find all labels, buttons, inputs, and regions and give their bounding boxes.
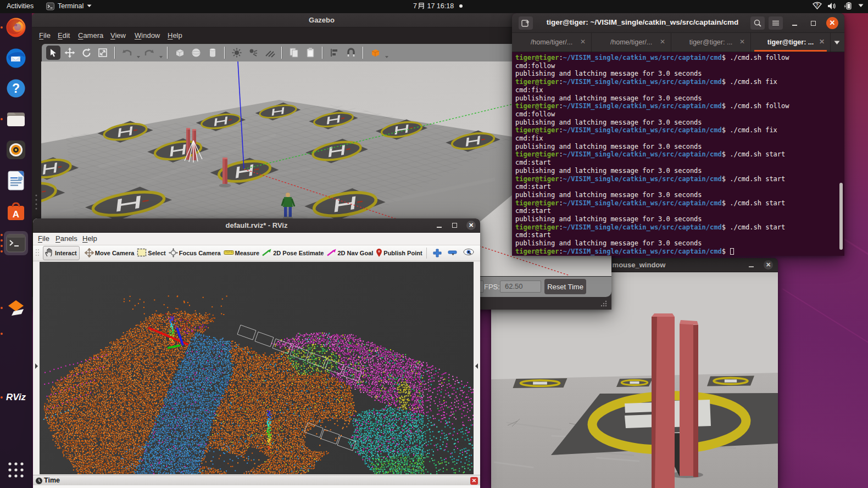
splitter-handle[interactable] [245,470,256,473]
rviz-tool-move-camera[interactable]: Move Camera [85,248,135,259]
terminal-line: publishing and latching message for 3.0 … [515,94,844,103]
gazebo-tool-box-icon[interactable] [173,46,187,60]
minimize-icon[interactable] [747,260,756,270]
resize-grip-icon[interactable] [600,300,607,307]
gazebo-tool-scale-icon[interactable] [96,46,110,60]
terminal-line: publishing and latching message for 3.0 … [515,70,844,78]
gazebo-tool-directional-light-icon[interactable] [263,46,277,60]
close-icon[interactable]: ✕ [764,260,773,270]
minimize-icon[interactable] [790,18,799,27]
dock-item-background-app[interactable] [4,322,28,346]
dropdown-caret-icon[interactable] [858,4,864,8]
terminal-tab-2[interactable]: /home/tiger/...✕ [592,33,671,52]
rviz-tool-publish-point[interactable]: Publish Point [376,248,422,259]
rviz-tool-label: Move Camera [95,250,135,256]
terminal-tab-4[interactable]: tiger@tiger: ...✕ [751,33,831,52]
maximize-icon[interactable] [809,18,818,27]
terminal-content[interactable]: tiger@tiger:~/VISIM_single/catkin_ws/src… [512,52,844,256]
gazebo-tool-paste-icon[interactable] [303,46,318,60]
gazebo-tool-translate-icon[interactable] [63,46,77,60]
rviz-tool-2d-nav-goal[interactable]: 2D Nav Goal [327,249,374,257]
dock-item-terminal[interactable] [4,231,28,255]
gazebo-tool-spot-light-icon[interactable] [246,46,260,60]
right-panel-expand-icon[interactable] [475,363,479,369]
tab-close-icon[interactable]: ✕ [739,38,745,46]
crosshair-icon [169,248,178,259]
search-icon[interactable] [750,16,765,30]
dock-item-help[interactable]: ? [4,76,28,100]
terminal-header[interactable]: tiger@tiger: ~/VISIM_single/catkin_ws/sr… [512,13,844,33]
menu-help[interactable]: Help [168,31,182,40]
clock[interactable]: 7 17 16:18 [413,2,463,10]
terminal-line: tiger@tiger:~/VISIM_single/catkin_ws/src… [515,54,844,62]
dock-item-rhythmbox[interactable] [4,138,28,162]
rviz-tool-measure[interactable]: Measure [224,249,260,257]
eye-icon[interactable] [463,248,477,259]
close-icon[interactable]: ✕ [466,221,476,230]
tab-close-icon[interactable]: ✕ [660,38,665,46]
gazebo-tool-redo-icon[interactable] [142,46,157,60]
menu-file[interactable]: File [39,31,51,40]
dock-item-ubuntu-software[interactable]: A [4,199,28,223]
rviz-tool-2d-pose-estimate[interactable]: 2D Pose Estimate [262,249,324,257]
gazebo-tool-insert-model-icon[interactable] [368,46,382,60]
terminal-line: tiger@tiger:~/VISIM_single/catkin_ws/src… [515,78,844,86]
terminal-scrollbar[interactable] [839,183,843,250]
tab-close-icon[interactable]: ✕ [819,38,825,46]
gazebo-tool-copy-icon[interactable] [287,46,301,60]
dock-item-firefox[interactable] [4,15,28,40]
reset-time-button[interactable]: Reset Time [544,279,586,294]
tab-label: tiger@tiger: ... [767,38,814,46]
toolbar-drag-handle[interactable] [35,246,40,260]
rviz-tool-select[interactable]: Select [137,248,165,258]
terminal-title: tiger@tiger: ~/VISIM_single/catkin_ws/sr… [512,18,773,26]
menu-panels[interactable]: Panels [55,234,77,243]
terminal-tab-3[interactable]: tiger@tiger: ...✕ [671,33,751,52]
tab-list-dropdown[interactable] [831,33,844,52]
minimize-icon[interactable] [435,221,444,230]
tab-close-icon[interactable]: ✕ [580,38,586,46]
terminal-tab-1[interactable]: /home/tiger/...✕ [512,33,592,52]
menu-camera[interactable]: Camera [78,31,103,40]
dropdown-caret-icon[interactable] [159,56,163,58]
dock-item-thunderbird[interactable] [4,46,28,70]
menu-help[interactable]: Help [82,234,97,243]
gazebo-tool-select-arrow-icon[interactable] [46,46,60,60]
dock-item-show-applications[interactable] [4,458,28,482]
menu-edit[interactable]: Edit [58,31,70,40]
dock-item-rviz[interactable]: RViz [4,385,28,410]
dock-item-libreoffice-writer[interactable] [4,169,28,193]
rviz-tool-interact[interactable]: Interact [43,246,80,260]
gazebo-tool-sphere-icon[interactable] [189,46,203,60]
time-panel-close-icon[interactable]: ✕ [470,477,478,485]
menu-icon[interactable] [769,16,783,30]
menu-file[interactable]: File [38,234,49,243]
remove-display-minus-icon[interactable] [447,248,459,259]
add-display-plus-icon[interactable] [432,248,442,258]
gazebo-tool-point-light-icon[interactable] [230,46,244,60]
fps-value[interactable]: 62.50 [500,281,541,293]
rviz-tool-label: 2D Pose Estimate [273,250,324,256]
gazebo-tool-rotate-icon[interactable] [79,46,93,60]
gazebo-tool-undo-icon[interactable] [120,46,134,60]
dropdown-caret-icon[interactable] [385,56,388,58]
dropdown-caret-icon[interactable] [137,56,140,58]
left-panel-expand-icon[interactable] [34,363,38,369]
menu-view[interactable]: View [110,31,126,40]
terminal-line: tiger@tiger:~/VISIM_single/catkin_ws/src… [515,223,844,232]
fps-label: FPS: [484,283,500,291]
maximize-icon[interactable] [450,221,459,230]
gazebo-tool-cylinder-icon[interactable] [205,46,220,60]
menu-window[interactable]: Window [135,31,160,40]
activities-button[interactable]: Activities [7,2,34,10]
close-icon[interactable]: ✕ [826,17,838,29]
ubuntu-software-icon: A [5,200,27,222]
dock-item-gazebo[interactable] [4,296,28,320]
app-menu[interactable]: Terminal [46,2,92,10]
gazebo-tool-align-icon[interactable] [327,46,342,60]
gazebo-tool-snap-icon[interactable] [344,46,358,60]
rviz-3d-view[interactable] [40,262,474,474]
rviz-tool-focus-camera[interactable]: Focus Camera [169,248,221,259]
dock-item-files[interactable] [4,107,28,131]
rviz-titlebar[interactable]: default.rviz* - RViz ✕ [33,218,480,233]
